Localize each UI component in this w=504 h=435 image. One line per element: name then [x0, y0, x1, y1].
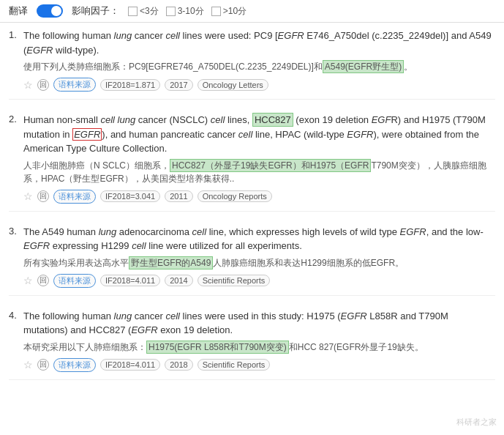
keyword-cell-lung-2: cell lung: [101, 114, 136, 125]
keyword-lung-4: lung: [114, 311, 132, 321]
round-icon-1[interactable]: 回: [37, 79, 49, 91]
keyword-cell-2b: cell: [238, 129, 253, 140]
tag-year-2: 2011: [165, 190, 192, 202]
result-number-1: 1.: [9, 29, 17, 40]
result-en-4: The following human lung cancer cell lin…: [23, 309, 495, 338]
cn-highlight-3: 野生型EGFR的A549: [129, 256, 213, 269]
keyword-egfr-4b: EGFR: [131, 324, 157, 335]
keyword-egfr-4a: EGFR: [341, 311, 367, 321]
round-icon-2[interactable]: 回: [37, 190, 49, 202]
tag-if-1: IF2018=1.871: [100, 79, 160, 91]
round-icon-4[interactable]: 回: [37, 359, 49, 371]
tag-if-2: IF2018=3.041: [100, 190, 160, 202]
result-cn-1: 使用下列人类肺癌细胞系：PC9[EGFRE746_A750DEL(C.2235_…: [23, 60, 495, 73]
result-number-2: 2.: [9, 114, 17, 124]
cn-highlight-1: A549(EGFR野生型): [323, 60, 404, 73]
filter-less3[interactable]: <3分: [128, 5, 159, 18]
keyword-lung-3: lung: [99, 226, 117, 237]
result-en-3: The A549 human lung adenocarcinoma cell …: [23, 225, 495, 253]
filter-3to10[interactable]: 3-10分: [166, 5, 204, 18]
cn-highlight-4: H1975(EGFR L858R和T790M突变): [146, 341, 289, 354]
result-en-2: Human non-small cell lung cancer (NSCLC)…: [23, 113, 495, 156]
star-button-4[interactable]: ☆: [23, 359, 33, 371]
result-cn-4: 本研究采用以下人肺癌细胞系：H1975(EGFR L858R和T790M突变)和…: [23, 341, 495, 354]
filter-3to10-checkbox[interactable]: [166, 7, 176, 16]
tag-journal-2: Oncology Reports: [198, 190, 272, 202]
translate-toggle[interactable]: [37, 4, 63, 18]
tag-year-3: 2014: [165, 275, 192, 286]
keyword-egfr-1a: EGFR: [278, 30, 304, 41]
result-en-1: The following human lung cancer cell lin…: [23, 29, 495, 57]
filter-less3-label: <3分: [140, 5, 159, 18]
tag-journal-1: Oncology Letters: [198, 79, 268, 91]
result-cn-2: 人非小细胞肺癌（N SCLC）细胞系，HCC827（外显子19缺失EGFR）和H…: [23, 159, 495, 185]
keyword-egfr-2c: EGFR: [347, 129, 373, 140]
filter-more10-checkbox[interactable]: [211, 7, 221, 16]
result-meta-1: ☆ 回 语料来源 IF2018=1.871 2017 Oncology Lett…: [23, 78, 495, 92]
filter-more10[interactable]: >10分: [211, 5, 247, 18]
tag-journal-4: Scientific Reports: [198, 359, 271, 371]
tag-if-4: IF2018=4.011: [100, 359, 160, 371]
top-bar: 翻译 影响因子： <3分 3-10分 >10分: [0, 0, 504, 23]
translate-label: 翻译: [9, 4, 28, 18]
keyword-cell-3: cell: [192, 226, 207, 237]
star-button-2[interactable]: ☆: [23, 190, 33, 202]
round-icon-3[interactable]: 回: [37, 275, 49, 286]
star-button-3[interactable]: ☆: [23, 275, 33, 286]
result-item-1: 1. The following human lung cancer cell …: [9, 29, 495, 100]
cn-highlight-2: HCC827（外显子19缺失EGFR）和H1975（EGFR: [170, 159, 371, 172]
star-button-1[interactable]: ☆: [23, 79, 33, 91]
keyword-egfr-1b: EGFR: [26, 45, 53, 56]
result-meta-2: ☆ 回 语料来源 IF2018=3.041 2011 Oncology Repo…: [23, 190, 495, 204]
filter-more10-label: >10分: [223, 5, 247, 18]
tag-year-1: 2017: [165, 79, 192, 91]
keyword-egfr-2b: EGFR: [72, 128, 102, 141]
keyword-cell-1: cell: [165, 30, 180, 41]
en-highlight-hcc827: HCC827: [252, 113, 293, 127]
keyword-egfr-3a: EGFR: [400, 226, 426, 237]
tag-journal-3: Scientific Reports: [198, 275, 271, 286]
keyword-lung-1: lung: [114, 30, 132, 41]
tag-source-1[interactable]: 语料来源: [53, 78, 96, 92]
result-item-2: 2. Human non-small cell lung cancer (NSC…: [9, 113, 495, 212]
result-meta-4: ☆ 回 语料来源 IF2018=4.011 2018 Scientific Re…: [23, 358, 495, 372]
result-number-3: 3.: [9, 226, 17, 237]
keyword-cell-3b: cell: [132, 240, 146, 251]
tag-source-4[interactable]: 语料来源: [53, 358, 96, 372]
filter-options: <3分 3-10分 >10分: [128, 5, 247, 18]
main-content: 1. The following human lung cancer cell …: [0, 23, 504, 399]
keyword-egfr-2a: EGF: [372, 114, 391, 125]
result-item-4: 4. The following human lung cancer cell …: [9, 309, 495, 380]
tag-if-3: IF2018=4.011: [100, 275, 160, 286]
tag-source-2[interactable]: 语料来源: [53, 190, 96, 204]
result-number-4: 4.: [9, 310, 17, 321]
result-cn-3: 所有实验均采用表达高水平野生型EGFR的A549人肺腺癌细胞系和表达H1299细…: [23, 256, 495, 269]
tag-source-3[interactable]: 语料来源: [53, 274, 96, 288]
keyword-egfr-3b: EGFR: [23, 240, 50, 251]
factor-label: 影响因子：: [72, 4, 119, 18]
result-item-3: 3. The A549 human lung adenocarcinoma ce…: [9, 225, 495, 296]
keyword-cell-4: cell: [165, 311, 180, 321]
filter-3to10-label: 3-10分: [178, 5, 204, 18]
filter-less3-checkbox[interactable]: [128, 7, 138, 16]
result-meta-3: ☆ 回 语料来源 IF2018=4.011 2014 Scientific Re…: [23, 274, 495, 288]
keyword-cell-2: cell: [211, 114, 225, 125]
tag-year-4: 2018: [165, 359, 192, 371]
